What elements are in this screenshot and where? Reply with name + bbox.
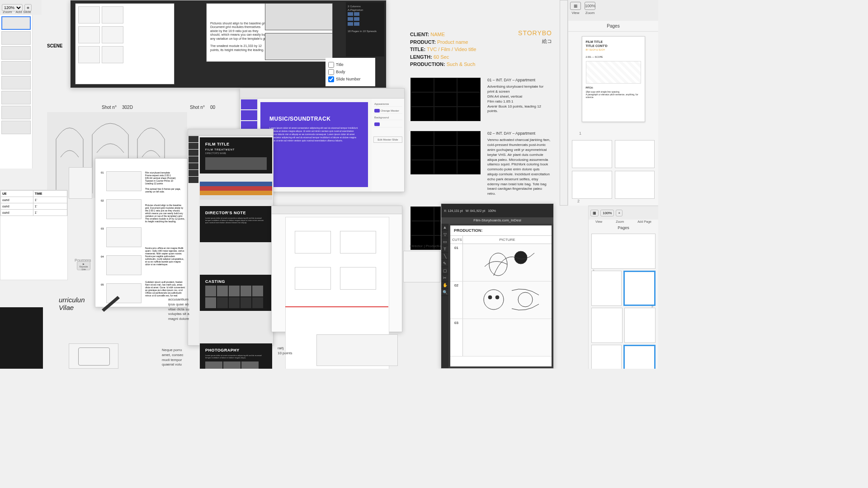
svg-point-5: [518, 292, 533, 307]
direct-select-tool[interactable]: ▽: [441, 231, 448, 238]
view-button[interactable]: ▦: [590, 210, 599, 216]
storyboard-heading: STORYBO: [518, 29, 552, 37]
sketch-frame: [295, 231, 331, 253]
zoom-tool[interactable]: 🔍: [441, 289, 448, 296]
scene-frame-02: [410, 131, 481, 174]
page-thumb[interactable]: 1: [591, 234, 656, 269]
sketch-frame: [340, 267, 376, 290]
slidenumber-checkbox[interactable]: Slide Number: [328, 76, 373, 82]
page-thumb[interactable]: 3: [591, 345, 622, 369]
vertical-ruler: [560, 0, 568, 206]
scene-label: SCENE: [47, 43, 62, 48]
document-page[interactable]: PRODUCTION: CUTSPICTURE 01 02 03: [450, 225, 552, 366]
zoom-button[interactable]: 100%: [600, 210, 614, 216]
sketch-thumb: [102, 6, 123, 23]
slide-navigator: [0, 15, 33, 169]
inspector-panel: Appearance Change Master Background Edit…: [372, 99, 404, 192]
body-checkbox[interactable]: Body: [328, 69, 373, 75]
hand-tool[interactable]: ✋: [441, 282, 448, 289]
page-thumb-selected[interactable]: 2: [623, 271, 656, 306]
toolbar-labels: ZoomAdd Slide: [0, 10, 42, 14]
sketch-thumb: [78, 26, 100, 43]
battle-sketch: [265, 3, 333, 30]
fountain-pen-icon: [99, 294, 122, 312]
svg-point-3: [488, 296, 492, 299]
sketch-thumb: [102, 26, 123, 43]
directors-note-slide[interactable]: DIRECTOR'S NOTE Lorem ipsum dolor sit am…: [200, 206, 272, 242]
window-title: Film-Storyboards.com_InDesi: [441, 217, 553, 224]
landscape-sketch: [316, 334, 398, 366]
jp-label: 絵コ: [542, 38, 552, 45]
slide-thumb[interactable]: [1, 76, 31, 89]
edit-master-button[interactable]: Edit Master Slide: [373, 136, 402, 143]
sketch-thumb: [78, 6, 100, 23]
slide-canvas[interactable]: MUSIC/SOUNDTRACK Lorem ipsum dolor sit a…: [260, 102, 368, 187]
rectangle-tool[interactable]: ▢: [441, 267, 448, 274]
face-sketch: [403, 251, 440, 282]
thumb[interactable]: [189, 136, 198, 142]
page-thumb-4[interactable]: [572, 171, 612, 199]
scissors-tool[interactable]: ✂: [441, 274, 448, 282]
page-thumb-3[interactable]: [615, 140, 655, 168]
slide-thumb[interactable]: [1, 16, 31, 30]
keynote-toolbar: [240, 89, 404, 99]
page-tool[interactable]: ▭: [441, 238, 448, 245]
type-tool[interactable]: T: [441, 245, 448, 253]
pen-tool[interactable]: ✎: [441, 260, 448, 267]
sketch-frame: [340, 231, 376, 253]
storyboard-art-02: [463, 282, 552, 319]
keynote-live-badge[interactable]: ▶Keynote Live: [77, 261, 90, 270]
thumb[interactable]: [241, 99, 257, 109]
slide-thumb[interactable]: [1, 46, 31, 60]
red-guide: [285, 306, 388, 307]
pages-panel-right: ▦View 100%Zoom Pages FILM TITLE TITLE CO…: [568, 0, 658, 206]
lorem-text-3: rait) 10 points: [278, 346, 300, 356]
slide-thumb[interactable]: [1, 91, 31, 104]
frame-03: [106, 227, 142, 247]
curriculum-vitae: urriculunVilae: [59, 296, 118, 311]
svg-point-4: [495, 296, 499, 299]
frame-01: [106, 171, 142, 191]
page-thumb-2[interactable]: [572, 140, 612, 168]
pages-window: [271, 206, 402, 332]
svg-point-2: [484, 290, 504, 310]
slide-thumb[interactable]: [1, 61, 31, 75]
selection-tool[interactable]: ▲: [441, 224, 448, 231]
title-checkbox[interactable]: Title: [328, 62, 373, 68]
shot-label-1: Shot n° 302D: [102, 105, 133, 110]
dark-slide-thumb: [0, 307, 43, 369]
pages-header: Pages: [568, 21, 658, 32]
view-button[interactable]: ▦View: [570, 2, 581, 15]
photography-slide[interactable]: PHOTOGRAPHY Lorem ipsum dolor sit amet c…: [200, 343, 272, 369]
add-page-button[interactable]: +: [616, 210, 623, 216]
cue-time-table: UETIME ound1' ound1' ound1': [0, 190, 68, 280]
page-thumb[interactable]: [591, 271, 622, 306]
frame-02: [106, 199, 142, 219]
toolbox: ▲ ▽ ▭ T ╲ ✎ ▢ ✂ ✋ 🔍: [441, 224, 448, 368]
title-slide[interactable]: FILM TITLE FILM TREATMENT DIRECTOR'S NAM…: [200, 137, 272, 174]
color-strip: [200, 182, 272, 200]
battle-sketch: [265, 33, 333, 60]
client-info-block: CLIENT: NAME PRODUCT: Product name TITLE…: [410, 31, 523, 68]
slide-thumb[interactable]: [1, 121, 31, 134]
page-thumb[interactable]: [591, 308, 623, 343]
indesign-storyboard-window: X: 124,131 pt W: 841,922 pt 100% Film-St…: [441, 203, 554, 369]
slide-options-panel: Title Body Slide Number: [326, 58, 375, 86]
frame-04: [106, 255, 142, 275]
lorem-text-1: accusantium ipsa quae ab vitae dicta su …: [168, 297, 191, 322]
page-thumb-selected[interactable]: [623, 345, 656, 369]
page-thumb[interactable]: [624, 308, 656, 343]
page-thumb-1[interactable]: FILM TITLE TITLE CONT'D BY SUCH & SUCH 2…: [582, 36, 645, 122]
storyboard-page-numbered: 01 02 03 04 05 Film storyboard template …: [95, 158, 188, 307]
casting-slide[interactable]: CASTING: [200, 275, 272, 311]
zoom-button[interactable]: 100%Zoom: [585, 2, 595, 15]
control-bar: X: 124,131 pt W: 841,922 pt 100%: [441, 204, 553, 217]
line-tool[interactable]: ╲: [441, 253, 448, 260]
slide-thumb[interactable]: [1, 31, 31, 45]
indesign-pages-panel: 2 Columns A-Pagination 18 Pages in 10 Sp…: [346, 2, 384, 56]
sketch-thumb: [102, 46, 123, 63]
shot-label-2: Shot n° 00: [190, 105, 215, 110]
page-thumb-5[interactable]: [615, 171, 655, 199]
thumb[interactable]: [241, 110, 257, 120]
slide-thumb[interactable]: [1, 106, 31, 119]
